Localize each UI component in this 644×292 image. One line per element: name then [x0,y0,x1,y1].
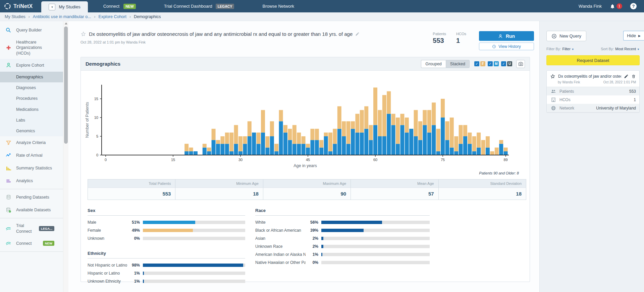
distribution-bar-track [321,237,430,240]
sidebar-item-medications[interactable]: Medications [0,104,63,115]
sidebar-item-analytics[interactable]: Analytics [0,174,63,187]
sidebar-item-demographics[interactable]: Demographics [0,72,63,82]
star-icon[interactable] [550,74,555,79]
distribution-label: Unknown Ethnicity [88,279,127,284]
distribution-percent: 2% [306,244,318,249]
sidebar-item-pending-datasets[interactable]: Pending Datasets [0,191,63,204]
nav-browse-network[interactable]: Browse Network [262,4,294,9]
stats-header-cell: Mean Age [351,179,438,188]
sidebar-item-badge: NEW [43,241,54,246]
sort-value: Most Recent [615,47,636,51]
sidebar: Query BuilderHealthcare Organizations (H… [0,21,68,292]
sidebar-item-labs[interactable]: Labs [0,115,63,126]
hbars-icon [5,177,12,184]
filter-by[interactable]: Filter By:Filter▼ [546,47,574,51]
hide-panel-button[interactable]: Hide ▶ [623,31,644,41]
svg-text:10: 10 [94,116,98,120]
sidebar-item-summary-statistics[interactable]: Summary Statistics [0,162,63,174]
sidebar-item-label: Explore Cohort [16,63,44,68]
sidebar-item-explore-cohort[interactable]: Explore Cohort [0,59,63,72]
edit-pencil-icon[interactable] [624,74,629,79]
race-section: Race White56%Black or African American39… [255,208,430,265]
distribution-percent: 1% [127,271,140,276]
stats-value-cell: 57 [351,188,438,200]
request-dataset-button[interactable]: Request Dataset [546,55,640,65]
sidebar-item-label: Analytics [16,178,33,184]
trinetx-logo-icon [4,3,11,10]
help-button[interactable]: ? [630,3,637,9]
sidebar-item-genomics[interactable]: Genomics [0,126,63,136]
funnel-icon [5,139,12,146]
sidebar-item-label: Demographics [16,74,43,80]
chart-view-toggle: Grouped Stacked [421,60,470,68]
distribution-bar-fill [321,229,364,232]
sidebar-item-label: Labs [16,118,25,123]
distribution-percent: 49% [127,228,140,233]
nav-connect[interactable]: Connect [103,4,119,9]
breadcrumb-study[interactable]: Antibiotic use in mandibular o... [33,14,91,19]
sidebar-scrollbar[interactable] [63,21,68,292]
edit-pencil-icon[interactable] [355,32,360,36]
star-icon[interactable] [80,31,86,37]
filter-by-label: Filter By: [546,47,561,51]
notifications-button[interactable]: 1 [610,3,622,9]
stacked-bar-chart[interactable]: 0510150153045607589Age in yearsNumber of… [84,81,526,169]
sidebar-item-label: Trial Connect [16,223,35,234]
sidebar-item-diagnoses[interactable]: Diagnoses [0,82,63,93]
series-badge-u: U [507,61,512,66]
checkbox-m[interactable]: ✓ [488,61,493,66]
filter-sort-row: Filter By:Filter▼ Sort By:Most Recent▼ [546,47,640,51]
svg-text:60: 60 [373,158,377,162]
patients-value: 553 [433,37,446,45]
breadcrumb-explore-cohort[interactable]: Explore Cohort [99,14,126,19]
distribution-bar-fill [143,264,243,267]
scroll-up-arrow-icon[interactable] [65,22,67,24]
sidebar-scrollbar-thumb[interactable] [64,26,68,144]
query-card-row-label: HCOs [559,97,571,102]
stacked-toggle-button[interactable]: Stacked [446,60,470,68]
sidebar-item-procedures[interactable]: Procedures [0,93,63,104]
query-card[interactable]: Dx osteomyelitis of jaw and/or osteone..… [546,70,640,113]
checkbox-f[interactable]: ✓ [474,61,479,66]
sex-section-title: Sex [88,208,245,216]
nav-trial-connect-dashboard[interactable]: Trial Connect Dashboard [164,4,212,9]
view-history-button[interactable]: View History [479,43,534,50]
my-studies-label: My Studies [59,4,80,9]
sort-by[interactable]: Sort By:Most Recent▼ [601,47,640,51]
sidebar-item-analyze-criteria[interactable]: Analyze Criteria [0,136,63,149]
my-studies-dropdown-button[interactable]: ▾ [49,4,55,10]
sidebar-item-connect[interactable]: ConnectNEW [0,237,63,250]
grouped-toggle-button[interactable]: Grouped [421,60,446,68]
query-card-date: Oct 28, 2022 1:01 PM [603,80,636,84]
trash-icon[interactable] [631,74,636,79]
distribution-bar-track [143,272,245,275]
screenshot-button[interactable] [516,60,525,68]
svg-text:30: 30 [238,158,243,162]
new-query-button[interactable]: New Query [546,31,586,41]
checkbox-u[interactable]: ✓ [501,61,506,66]
sidebar-divider [0,251,63,252]
sidebar-item-hcos[interactable]: Healthcare Organizations (HCOs) [0,36,63,59]
run-button[interactable]: Run [479,31,534,41]
sidebar-item-label: Summary Statistics [16,165,52,171]
distribution-row: Unknown Ethnicity1% [88,279,245,284]
distribution-percent: 1% [127,279,140,284]
tab-my-studies[interactable]: ▾ My Studies [41,1,88,12]
series-badge-f: F [480,61,485,66]
distribution-label: Not Hispanic or Latino [88,263,127,268]
sidebar-item-trial-connect[interactable]: Trial ConnectLEGA... [0,220,63,237]
sidebar-item-query-builder[interactable]: Query Builder [0,24,63,36]
user-name[interactable]: Wanda Fink [579,4,602,9]
distribution-bar-track [143,229,245,232]
distribution-bar-track [321,261,430,264]
distribution-row: Female49% [88,228,245,233]
sidebar-item-label: Connect [16,241,32,246]
distribution-percent: 2% [306,236,318,241]
sidebar-item-available-datasets[interactable]: Available Datasets [0,204,63,216]
distribution-label: White [255,220,306,225]
breadcrumb-my-studies[interactable]: My Studies [5,14,25,19]
sidebar-item-rate-of-arrival[interactable]: Rate of Arrival [0,149,63,162]
sidebar-item-label: Rate of Arrival [16,153,43,158]
plus-icon [5,44,12,51]
caret-down-icon: ▼ [572,48,574,51]
